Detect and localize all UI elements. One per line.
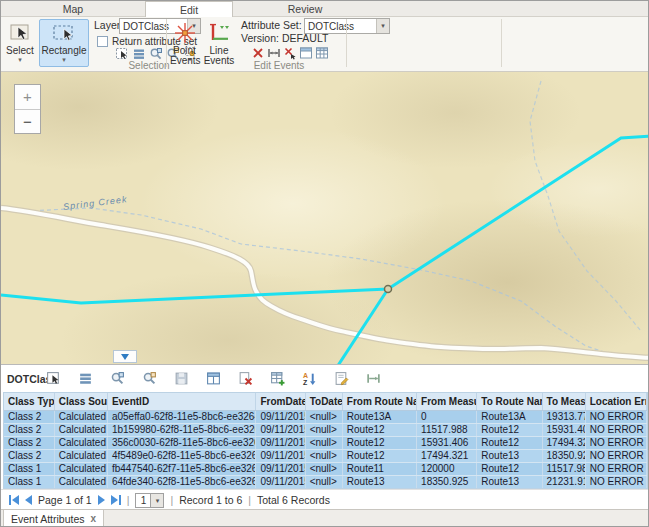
table-row[interactable]: Class 2Calculateda05effa0-62f8-11e5-8bc6…: [4, 410, 647, 423]
table-cell: 09/11/2015: [256, 423, 305, 436]
route-line-west[interactable]: [1, 289, 388, 303]
table-row[interactable]: Class 2Calculated4f5489e0-62f8-11e5-8bc6…: [4, 449, 647, 462]
table-cell: 09/11/2015: [256, 462, 305, 475]
page-number-value[interactable]: 1: [135, 493, 151, 508]
column-header[interactable]: From Route Name: [342, 393, 416, 410]
column-header[interactable]: EventID: [107, 393, 256, 410]
event-attributes-tab[interactable]: Event Attributes x: [3, 510, 104, 527]
pan-to-record-icon[interactable]: [141, 370, 158, 387]
measure-record-icon[interactable]: [365, 370, 382, 387]
close-tab-icon[interactable]: x: [91, 514, 97, 524]
edit-record-icon[interactable]: [333, 370, 350, 387]
page-number-dropdown-icon[interactable]: ▾: [151, 493, 164, 508]
next-page-button[interactable]: [98, 495, 105, 505]
table-cell: 21231.919: [542, 475, 585, 488]
table-row[interactable]: Class 1Calculatedfb447540-62f7-11e5-8bc6…: [4, 462, 647, 475]
column-header[interactable]: From Measure: [417, 393, 477, 410]
table-cell: Calculated: [54, 436, 107, 449]
table-cell: Calculated: [54, 423, 107, 436]
ribbon-divider: [501, 19, 502, 67]
column-header[interactable]: ToDate: [305, 393, 342, 410]
attribute-set-dropdown-arrow-icon[interactable]: ▾: [376, 19, 389, 33]
table-cell: <null>: [305, 475, 342, 488]
event-attributes-tab-label: Event Attributes: [11, 513, 85, 525]
table-row[interactable]: Class 1Calculated64fde340-62f8-11e5-8bc6…: [4, 475, 647, 488]
record-range-label: Record 1 to 6: [179, 494, 242, 506]
collapse-arrow-icon: [121, 354, 129, 360]
line-events-button[interactable]: Line Events: [202, 19, 236, 67]
table-cell: 64fde340-62f8-11e5-8bc6-ee32641d5ec9: [107, 475, 256, 488]
ribbon: Select ▾ Rectangle ▾ Layer: DOTClass ▾ R…: [1, 17, 648, 72]
map-canvas[interactable]: Spring Creek + −: [1, 72, 649, 364]
version-value: DEFAULT: [282, 32, 328, 44]
zoom-in-button[interactable]: +: [15, 85, 40, 109]
table-cell: 18350.925: [542, 449, 585, 462]
first-page-button[interactable]: [9, 495, 19, 505]
table-cell: 0: [417, 410, 477, 423]
previous-page-button[interactable]: [25, 495, 32, 505]
route-line-northeast[interactable]: [388, 136, 649, 289]
route-line-south[interactable]: [337, 289, 388, 364]
attribute-table: Class TypeClass SourceEventIDFromDateToD…: [3, 392, 648, 489]
panel-toolbar: DOTClass: [1, 365, 649, 392]
pagination-separator: |: [170, 494, 173, 506]
attribute-set-dropdown-value: DOTClass: [305, 21, 376, 32]
table-cell: Route12: [342, 436, 416, 449]
column-header[interactable]: Class Type: [4, 393, 54, 410]
table-cell: Calculated: [54, 462, 107, 475]
zoom-to-selection-icon[interactable]: [148, 46, 163, 61]
attribute-table-icon[interactable]: [314, 45, 329, 60]
column-header[interactable]: To Route Name: [477, 393, 542, 410]
select-by-rectangle-icon[interactable]: [114, 46, 129, 61]
version-label-text: Version:: [241, 32, 279, 44]
pagination-separator: |: [248, 494, 251, 506]
table-cell: 18350.925: [417, 475, 477, 488]
zoom-out-button[interactable]: −: [15, 109, 40, 133]
svg-text:Z: Z: [303, 379, 308, 386]
route-junction-vertex[interactable]: [385, 286, 392, 293]
event-attributes-panel: DOTClass: [1, 364, 649, 509]
select-tool-button[interactable]: Select ▾: [4, 19, 36, 67]
add-record-icon[interactable]: [269, 370, 286, 387]
save-icon[interactable]: [173, 370, 190, 387]
table-body: Class 2Calculateda05effa0-62f8-11e5-8bc6…: [4, 410, 647, 488]
rectangle-tool-button[interactable]: Rectangle ▾: [39, 19, 89, 67]
last-page-button[interactable]: [111, 495, 121, 505]
column-header[interactable]: Location Error: [585, 393, 646, 410]
point-events-button[interactable]: Point Events: [169, 19, 200, 67]
table-cell: Calculated: [54, 410, 107, 423]
attributes-window-icon[interactable]: [298, 45, 313, 60]
version-label: Version: DEFAULT: [241, 32, 328, 44]
return-attribute-set-checkbox[interactable]: [97, 36, 108, 47]
split-event-icon[interactable]: [250, 45, 265, 60]
column-header[interactable]: To Measure: [542, 393, 585, 410]
tab-map[interactable]: Map: [29, 1, 117, 17]
line-events-label-2: Events: [203, 56, 235, 66]
table-row[interactable]: Class 2Calculated356c0030-62f8-11e5-8bc6…: [4, 436, 647, 449]
sort-icon[interactable]: AZ: [301, 370, 318, 387]
line-events-icon: [203, 20, 235, 46]
open-table-icon[interactable]: [205, 370, 222, 387]
zoom-to-record-icon[interactable]: [109, 370, 126, 387]
select-records-icon[interactable]: [45, 370, 62, 387]
table-cell: Route13: [477, 449, 542, 462]
table-row[interactable]: Class 2Calculated1b159980-62f8-11e5-8bc6…: [4, 423, 647, 436]
delete-record-icon[interactable]: [237, 370, 254, 387]
select-tool-label: Select: [5, 46, 35, 56]
rectangle-tool-label: Rectangle: [40, 46, 88, 56]
tab-edit[interactable]: Edit: [145, 1, 233, 18]
column-header[interactable]: FromDate: [256, 393, 305, 410]
table-cell: 11517.988: [417, 423, 477, 436]
panel-collapse-button[interactable]: [113, 350, 137, 363]
page-number-input[interactable]: 1 ▾: [135, 493, 164, 508]
snap-event-icon[interactable]: [282, 45, 297, 60]
show-selected-icon[interactable]: [77, 370, 94, 387]
measure-event-icon[interactable]: [266, 45, 281, 60]
tab-review[interactable]: Review: [261, 1, 349, 17]
table-cell: a05effa0-62f8-11e5-8bc6-ee32641d5ec9: [107, 410, 256, 423]
table-cell: Route12: [477, 436, 542, 449]
column-header[interactable]: Class Source: [54, 393, 107, 410]
attribute-table-grid: Class TypeClass SourceEventIDFromDateToD…: [4, 393, 647, 489]
table-cell: Route11: [342, 462, 416, 475]
selection-list-icon[interactable]: [131, 46, 146, 61]
